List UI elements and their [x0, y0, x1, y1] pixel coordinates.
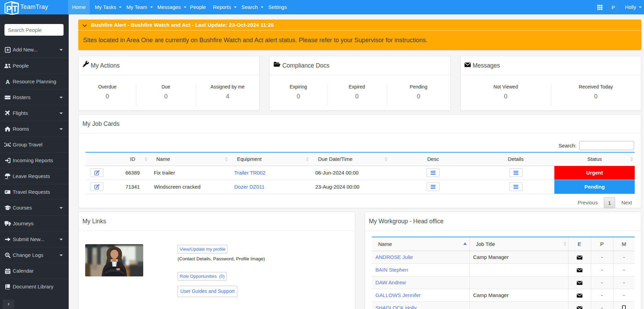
svg-text:A: A	[5, 79, 10, 85]
